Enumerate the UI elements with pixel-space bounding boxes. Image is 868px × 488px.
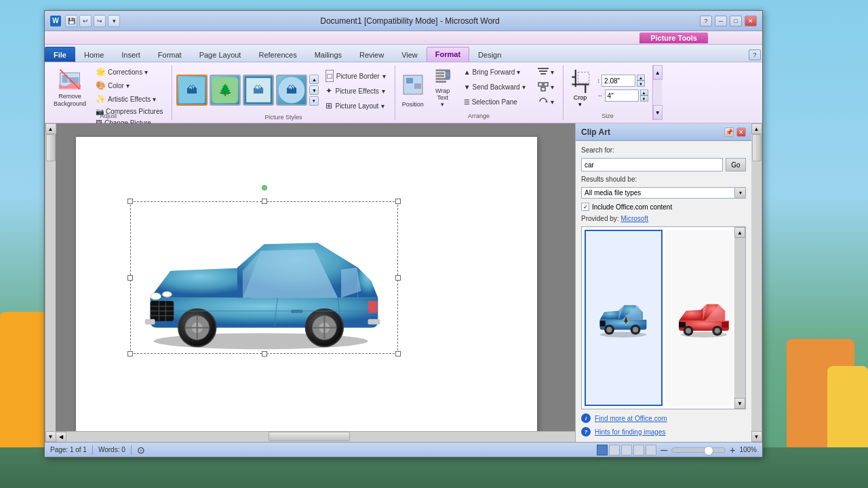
minimize-button[interactable]: ─ — [715, 16, 727, 26]
results-scroll-down[interactable]: ▼ — [734, 398, 745, 409]
right-scroll-down[interactable]: ▼ — [751, 431, 762, 442]
pic-style-2[interactable]: 🌲 — [210, 75, 241, 106]
pic-style-3[interactable]: 🏔 — [243, 75, 274, 106]
position-button[interactable]: Position — [399, 65, 427, 111]
right-scrollbar[interactable]: ▲ ▼ — [751, 123, 762, 442]
height-input[interactable]: 2.08" — [601, 75, 635, 87]
handle-mr[interactable] — [395, 275, 401, 281]
selection-pane-button[interactable]: ☰ Selection Pane — [459, 95, 530, 108]
ribbon-scroll-up[interactable]: ▲ — [653, 65, 663, 80]
tab-home[interactable]: Home — [75, 47, 113, 62]
rotate-button[interactable]: ▾ — [533, 95, 559, 108]
zoom-slider[interactable] — [671, 447, 726, 453]
width-down[interactable]: ▼ — [640, 96, 648, 102]
tab-mailings[interactable]: Mailings — [306, 47, 351, 62]
scroll-down-btn[interactable]: ▼ — [45, 431, 56, 442]
corrections-button[interactable]: 🌟 Corrections ▾ — [92, 65, 166, 79]
ribbon-scroll-track — [653, 80, 662, 105]
tab-view[interactable]: View — [393, 47, 427, 62]
bring-forward-button[interactable]: ▲ Bring Forward ▾ — [459, 65, 530, 79]
find-more-link[interactable]: Find more at Office.com — [595, 415, 667, 422]
send-backward-button[interactable]: ▼ Send Backward ▾ — [459, 80, 530, 94]
scroll-up-btn[interactable]: ▲ — [45, 123, 56, 134]
media-type-select[interactable]: All media file types ▾ — [581, 187, 746, 199]
ribbon-scroll-down[interactable]: ▼ — [653, 105, 663, 120]
tab-design[interactable]: Design — [469, 47, 510, 62]
scroll-more[interactable]: ▾ — [309, 96, 319, 106]
panel-pin-button[interactable]: 📌 — [724, 127, 734, 137]
scroll-thumb[interactable] — [46, 134, 56, 161]
tab-page-layout[interactable]: Page Layout — [191, 47, 250, 62]
undo-button[interactable]: ↩ — [79, 15, 92, 27]
artistic-effects-button[interactable]: ✨ Artistic Effects ▾ — [92, 92, 166, 106]
right-scroll-thumb[interactable] — [752, 134, 762, 161]
align-button[interactable]: ▾ — [533, 65, 559, 79]
pic-style-1[interactable]: 🏔 — [176, 75, 208, 106]
customize-qa-button[interactable]: ▾ — [108, 15, 120, 27]
width-up[interactable]: ▲ — [640, 89, 648, 96]
group-button[interactable]: ▾ — [533, 80, 559, 94]
result-item-2[interactable] — [665, 230, 743, 406]
results-scrollbar[interactable]: ▲ ▼ — [734, 227, 745, 409]
wrap-text-button[interactable]: WrapText ▾ — [429, 65, 456, 111]
car-container[interactable] — [130, 201, 398, 354]
right-scroll-up[interactable]: ▲ — [751, 123, 762, 134]
handle-tr[interactable] — [395, 199, 401, 204]
full-reading-btn[interactable] — [609, 445, 620, 455]
help-button[interactable]: ? — [700, 16, 712, 26]
height-down[interactable]: ▼ — [637, 81, 645, 87]
h-scroll-left[interactable]: ◀ — [56, 432, 66, 443]
width-input[interactable]: 4" — [605, 89, 639, 102]
handle-bl[interactable] — [127, 351, 133, 357]
provider-link[interactable]: Microsoft — [620, 215, 648, 222]
tab-file[interactable]: File — [45, 47, 75, 62]
handle-ml[interactable] — [127, 275, 133, 281]
panel-close-button[interactable]: ✕ — [736, 127, 746, 137]
hints-link[interactable]: Hints for finding images — [595, 428, 666, 432]
result-item-1[interactable] — [585, 230, 663, 406]
zoom-minus[interactable]: ─ — [660, 445, 667, 455]
picture-border-button[interactable]: □ Picture Border ▾ — [321, 69, 390, 83]
web-layout-btn[interactable] — [621, 445, 632, 455]
picture-effects-button[interactable]: ✦ Picture Effects ▾ — [321, 84, 390, 98]
pic-style-4[interactable]: 🏔 — [276, 75, 307, 106]
tab-insert[interactable]: Insert — [113, 47, 149, 62]
tab-format-word[interactable]: Format — [149, 47, 191, 62]
print-layout-btn[interactable] — [597, 445, 608, 455]
h-scroll-thumb[interactable] — [269, 432, 350, 441]
crop-button[interactable]: Crop ▾ — [568, 65, 593, 111]
tab-review[interactable]: Review — [351, 47, 393, 62]
picture-layout-button[interactable]: ⊞ Picture Layout ▾ — [321, 99, 390, 113]
results-scroll-up[interactable]: ▲ — [734, 227, 745, 238]
tab-format-picture[interactable]: Format — [427, 47, 469, 62]
rotate-handle[interactable] — [262, 185, 267, 190]
handle-tm[interactable] — [262, 199, 267, 204]
hints-row[interactable]: ? Hints for finding images — [581, 427, 746, 431]
media-type-arrow[interactable]: ▾ — [734, 188, 745, 198]
zoom-thumb[interactable] — [704, 446, 713, 455]
go-button[interactable]: Go — [726, 158, 746, 171]
handle-br[interactable] — [395, 351, 401, 357]
draft-btn[interactable] — [646, 445, 656, 455]
handle-tl[interactable] — [127, 199, 133, 204]
tab-references[interactable]: References — [250, 47, 305, 62]
outline-btn[interactable] — [633, 445, 644, 455]
height-up[interactable]: ▲ — [637, 75, 645, 81]
restore-button[interactable]: □ — [730, 16, 742, 26]
search-input[interactable] — [581, 158, 723, 171]
redo-button[interactable]: ↪ — [94, 15, 106, 27]
ribbon-help-button[interactable]: ? — [749, 49, 761, 60]
save-button[interactable]: 💾 — [65, 15, 77, 27]
scroll-down[interactable]: ▼ — [309, 85, 319, 95]
picture-styles-scroll[interactable]: ▲ ▼ ▾ — [309, 75, 319, 106]
close-button[interactable]: ✕ — [745, 16, 757, 26]
include-office-checkbox[interactable]: ✓ — [581, 203, 589, 211]
color-button[interactable]: 🎨 Color ▾ — [92, 79, 166, 92]
scroll-up[interactable]: ▲ — [309, 75, 319, 84]
find-more-row[interactable]: i Find more at Office.com — [581, 413, 746, 423]
svg-text:🏔: 🏔 — [286, 83, 297, 96]
zoom-plus[interactable]: + — [730, 445, 735, 455]
left-scrollbar[interactable]: ▲ ▼ — [45, 123, 56, 442]
handle-bm[interactable] — [262, 351, 267, 357]
remove-background-button[interactable]: RemoveBackground — [50, 65, 90, 111]
